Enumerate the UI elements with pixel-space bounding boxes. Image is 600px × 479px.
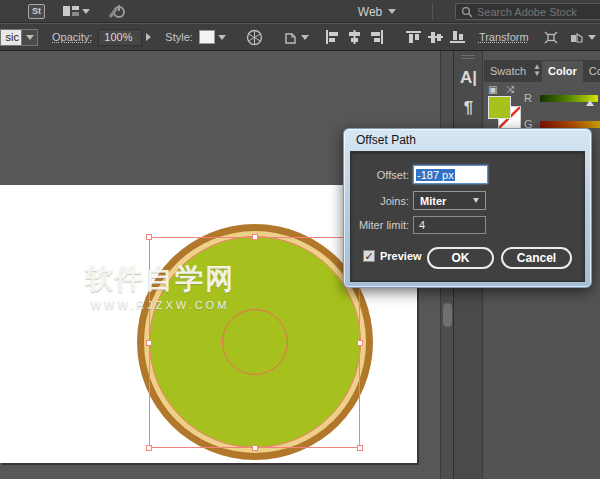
tab-color-guide[interactable]: Color G bbox=[583, 61, 600, 82]
arrange-documents-icon bbox=[63, 5, 79, 17]
ok-button[interactable]: OK bbox=[427, 247, 494, 269]
selection-handle-e[interactable] bbox=[357, 340, 363, 346]
graphic-style-dropdown[interactable] bbox=[199, 30, 226, 44]
cycle-tabs-icon[interactable]: ▲▼ bbox=[532, 63, 542, 82]
transform-link[interactable]: Transform bbox=[479, 31, 529, 43]
selection-handle-w[interactable] bbox=[146, 340, 152, 346]
selection-bounding-box bbox=[149, 237, 360, 448]
offset-input[interactable]: -187 px bbox=[413, 165, 488, 184]
preview-label: Preview bbox=[380, 250, 422, 262]
offset-path-dialog: Offset Path Offset: -187 px Joins: Miter… bbox=[343, 128, 592, 288]
tab-swatches[interactable]: Swatch bbox=[484, 61, 532, 82]
selection-handle-nw[interactable] bbox=[146, 234, 152, 240]
preview-checkbox[interactable]: ✓ bbox=[363, 250, 375, 262]
workspace-switcher[interactable]: Web bbox=[338, 3, 416, 20]
brush-definition-dropdown[interactable]: sic bbox=[0, 29, 38, 46]
chevron-down-icon bbox=[301, 35, 309, 40]
character-panel-icon[interactable]: A| bbox=[454, 65, 483, 91]
shape-options-icon bbox=[569, 30, 585, 45]
adobe-stock-icon[interactable]: St bbox=[28, 4, 45, 19]
selection-handle-s[interactable] bbox=[252, 445, 258, 451]
panel-tabs: Swatch ▲▼ Color Color G A bbox=[484, 60, 600, 82]
dialog-title: Offset Path bbox=[356, 133, 416, 147]
miter-limit-input[interactable]: 4 bbox=[413, 216, 486, 234]
gpu-performance-button[interactable] bbox=[108, 4, 126, 19]
chevron-down-icon bbox=[388, 9, 396, 14]
document-setup-button[interactable] bbox=[283, 30, 309, 45]
miter-limit-value: 4 bbox=[419, 219, 425, 231]
channel-r-label: R bbox=[524, 92, 534, 104]
recolor-artwork-icon[interactable] bbox=[246, 29, 263, 46]
opacity-value-field[interactable]: 100% bbox=[98, 29, 142, 46]
offset-value-selected: -187 px bbox=[416, 169, 455, 181]
red-channel-slider[interactable] bbox=[540, 95, 598, 102]
arrange-documents-button[interactable] bbox=[63, 5, 90, 17]
align-vertical-center-icon[interactable] bbox=[428, 30, 443, 44]
align-bottom-icon[interactable] bbox=[450, 30, 465, 44]
brush-definition-value: sic bbox=[0, 29, 21, 46]
align-left-icon[interactable] bbox=[325, 30, 340, 44]
chevron-down-icon bbox=[21, 29, 38, 46]
scrollbar-thumb[interactable] bbox=[443, 303, 452, 327]
cancel-button[interactable]: Cancel bbox=[501, 247, 572, 269]
selection-handle-se[interactable] bbox=[357, 445, 363, 451]
joins-value: Miter bbox=[420, 195, 446, 207]
adobe-stock-search[interactable] bbox=[455, 3, 600, 20]
dock-grip[interactable] bbox=[461, 55, 475, 59]
align-top-icon[interactable] bbox=[406, 30, 421, 44]
align-buttons bbox=[325, 30, 465, 44]
miter-limit-label: Miter limit: bbox=[351, 219, 409, 231]
dialog-body: Offset: -187 px Joins: Miter Miter limit… bbox=[350, 151, 585, 282]
green-channel-slider[interactable] bbox=[540, 121, 600, 128]
slider-handle[interactable] bbox=[586, 100, 594, 106]
selection-handle-sw[interactable] bbox=[146, 445, 152, 451]
shape-options-button[interactable] bbox=[569, 30, 596, 45]
joins-dropdown[interactable]: Miter bbox=[413, 191, 486, 210]
tab-color[interactable]: Color bbox=[542, 61, 583, 82]
paragraph-panel-icon[interactable]: ¶ bbox=[454, 95, 483, 121]
chevron-down-icon bbox=[218, 35, 226, 40]
style-label: Style: bbox=[165, 31, 193, 43]
chevron-down-icon bbox=[82, 9, 90, 14]
selection-handle-n[interactable] bbox=[252, 234, 258, 240]
search-input[interactable] bbox=[477, 6, 587, 18]
chevron-right-icon[interactable] bbox=[146, 33, 151, 41]
control-bar: sic Opacity: 100% Style: bbox=[0, 24, 600, 51]
workspace-label: Web bbox=[358, 5, 382, 19]
default-fill-stroke-icon[interactable]: ▣ bbox=[488, 84, 497, 95]
application-bar: St Web bbox=[0, 0, 600, 23]
offset-label: Offset: bbox=[351, 169, 409, 181]
chevron-down-icon bbox=[588, 35, 596, 40]
swap-fill-stroke-icon[interactable]: ⤨ bbox=[506, 84, 514, 96]
style-swatch bbox=[199, 30, 215, 44]
gpu-performance-icon bbox=[108, 4, 126, 19]
align-right-icon[interactable] bbox=[369, 30, 384, 44]
opacity-link[interactable]: Opacity: bbox=[52, 31, 92, 43]
titlebar-divider bbox=[432, 3, 433, 20]
search-icon bbox=[461, 6, 473, 18]
align-to-selection-icon[interactable] bbox=[543, 30, 559, 45]
illustrator-window: 软件自学网 WWW.RJZXW.COM St Web bbox=[0, 0, 600, 479]
document-setup-icon bbox=[283, 30, 298, 45]
chevron-down-icon bbox=[473, 198, 479, 203]
fill-swatch-green[interactable] bbox=[488, 96, 511, 119]
align-horizontal-center-icon[interactable] bbox=[347, 30, 362, 44]
joins-label: Joins: bbox=[351, 195, 409, 207]
